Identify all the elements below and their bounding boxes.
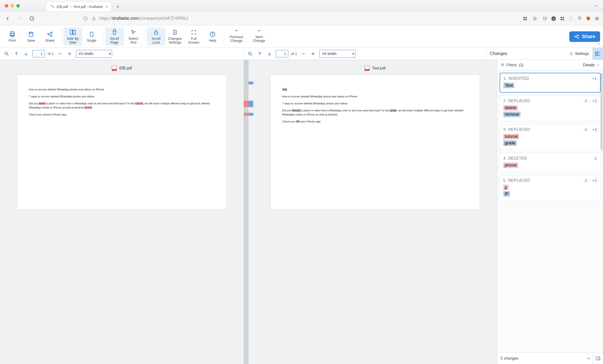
apps-grid-icon[interactable] — [560, 16, 565, 21]
gutter-mark[interactable] — [248, 82, 253, 84]
collapse-toolbar-button[interactable] — [597, 42, 601, 46]
select-text-button[interactable]: Select Text — [124, 27, 143, 46]
zoom-out-right-button[interactable] — [300, 50, 307, 57]
right-doc-pane[interactable]: Test.pdf Test How to recover deleted Wha… — [253, 60, 497, 364]
gutter-mark[interactable] — [244, 101, 248, 107]
tab-title: iDB.pdf → Test.pdf - Draftable — [57, 5, 103, 9]
left-doc-pane[interactable]: iDB.pdf How to recover deleted WhatsApp … — [0, 60, 244, 364]
lock-icon[interactable] — [91, 16, 96, 21]
plus-count: +1 — [590, 76, 597, 81]
left-del-3: phone — [85, 106, 92, 109]
side-by-side-button[interactable]: Side By Side — [63, 27, 82, 46]
new-tab-button[interactable]: ＋ — [114, 3, 122, 10]
menu-button[interactable] — [594, 16, 600, 21]
svg-rect-10 — [563, 19, 564, 20]
url-path: /compare/yeUnFZYtPRbJ — [139, 16, 188, 21]
single-button[interactable]: Single — [82, 29, 101, 44]
left-p2: 7 ways to recover deleted WhatsApp photo… — [29, 94, 215, 99]
reload-button[interactable] — [27, 14, 36, 23]
scroll-lock-button[interactable]: Scroll Lock — [147, 27, 166, 46]
changes-settings-button[interactable]: Changes Settings — [166, 27, 184, 46]
url-text[interactable]: https://draftable.com/compare/yeUnFZYtPR… — [99, 16, 188, 21]
details-label: Details — [583, 63, 595, 67]
previous-change-button[interactable]: Previous Change — [226, 25, 247, 44]
shield-icon[interactable] — [83, 16, 88, 21]
filters-button[interactable]: Filters (1) — [500, 63, 523, 67]
svg-rect-0 — [93, 18, 95, 20]
forward-button[interactable] — [15, 14, 24, 23]
gutter-mark[interactable] — [248, 101, 253, 107]
svg-point-28 — [571, 53, 572, 54]
close-window-button[interactable] — [5, 4, 8, 8]
page-up-left-button[interactable] — [13, 50, 20, 57]
changes-settings-link[interactable]: Settings — [569, 52, 589, 56]
close-tab-button[interactable]: × — [105, 4, 108, 9]
right-ins-2: guide — [390, 109, 396, 112]
right-p1: How to recover deleted WhatsApp photos a… — [282, 94, 468, 99]
changes-count: 5 changes — [500, 356, 518, 361]
gutter-mark[interactable] — [248, 113, 253, 116]
details-button[interactable]: Details — [583, 63, 600, 67]
brave-shield-icon[interactable] — [586, 16, 591, 21]
page-up-right-button[interactable] — [256, 50, 263, 57]
change-type: REPLACED — [508, 99, 530, 103]
diff-gutter[interactable] — [244, 60, 253, 364]
layout-toggle-button[interactable] — [594, 355, 602, 362]
page-down-right-button[interactable] — [266, 50, 273, 57]
extensions-icon[interactable] — [577, 16, 582, 21]
secondary-bar: of 1 Fit Width of 1 Fit Width Changes — [0, 48, 603, 60]
change-card[interactable]: 3. REPLACED -1+1 tutorialguide — [500, 124, 601, 150]
sync-icon[interactable] — [568, 16, 574, 21]
changes-scrollbar[interactable] — [601, 73, 603, 150]
change-old-word: tutorial — [503, 134, 519, 139]
svg-rect-18 — [70, 30, 72, 35]
pdf-icon — [112, 66, 117, 71]
page-of-right: of 1 — [291, 52, 297, 56]
svg-rect-14 — [30, 32, 32, 33]
page-input-right[interactable] — [276, 50, 288, 57]
changes-panel-toggle[interactable] — [592, 48, 603, 59]
account-icon[interactable]: A — [551, 16, 556, 21]
page-input-left[interactable] — [32, 50, 45, 57]
search-left-button[interactable] — [3, 50, 10, 57]
url-protocol: https:// — [99, 16, 112, 21]
change-card[interactable]: 4. DELETED -1 phone — [500, 153, 601, 172]
share-button[interactable]: Share — [40, 29, 59, 44]
changes-panel: Filters (1) Details 1. INSERTED +1 Test … — [497, 60, 603, 364]
grid-apps-icon[interactable] — [522, 16, 528, 21]
print-button[interactable]: Print — [3, 29, 22, 44]
zoom-select-left[interactable]: Fit Width — [76, 50, 112, 58]
right-doc-name: Test.pdf — [372, 66, 385, 70]
change-card[interactable]: 2. REPLACED -1+1 deleteremove — [500, 95, 601, 121]
prev-change-footer[interactable] — [586, 356, 591, 361]
zoom-out-left-button[interactable] — [57, 50, 63, 57]
back-button[interactable] — [3, 14, 12, 23]
full-screen-button[interactable]: Full Screen — [184, 27, 203, 46]
svg-rect-29 — [595, 52, 598, 53]
scroll-page-button[interactable]: Scroll Page — [105, 27, 124, 46]
plus-count: +1 — [590, 178, 597, 183]
gutter-mark[interactable] — [244, 113, 248, 116]
zoom-select-right[interactable]: Fit Width — [319, 50, 356, 58]
page-down-left-button[interactable] — [23, 50, 29, 57]
zoom-in-right-button[interactable] — [310, 50, 316, 57]
pocket-icon[interactable] — [542, 16, 547, 21]
help-button[interactable]: Help — [203, 29, 222, 44]
browser-tab[interactable]: iDB.pdf → Test.pdf - Draftable × — [46, 2, 112, 11]
save-button[interactable]: Save — [22, 29, 40, 44]
traffic-lights — [0, 4, 20, 8]
bookmark-star-icon[interactable] — [532, 16, 537, 21]
tabs-dropdown-button[interactable] — [593, 3, 598, 8]
right-p3: Did you remove a photo or video from a W… — [282, 108, 468, 117]
minimize-window-button[interactable] — [11, 4, 14, 8]
left-p3: Did you delete a photo or video from a W… — [29, 102, 215, 110]
change-card[interactable]: 5. REPLACED -1+1 piP — [500, 175, 601, 201]
zoom-in-left-button[interactable] — [66, 50, 73, 57]
search-right-button[interactable] — [247, 50, 254, 57]
changes-list[interactable]: 1. INSERTED +1 Test 2. REPLACED -1+1 del… — [497, 70, 603, 352]
change-card[interactable]: 1. INSERTED +1 Test — [500, 73, 601, 93]
next-change-button[interactable]: Next Change — [249, 25, 269, 44]
maximize-window-button[interactable] — [16, 4, 20, 8]
share-pill-button[interactable]: Share — [569, 31, 600, 42]
change-new-word: guide — [503, 140, 517, 146]
